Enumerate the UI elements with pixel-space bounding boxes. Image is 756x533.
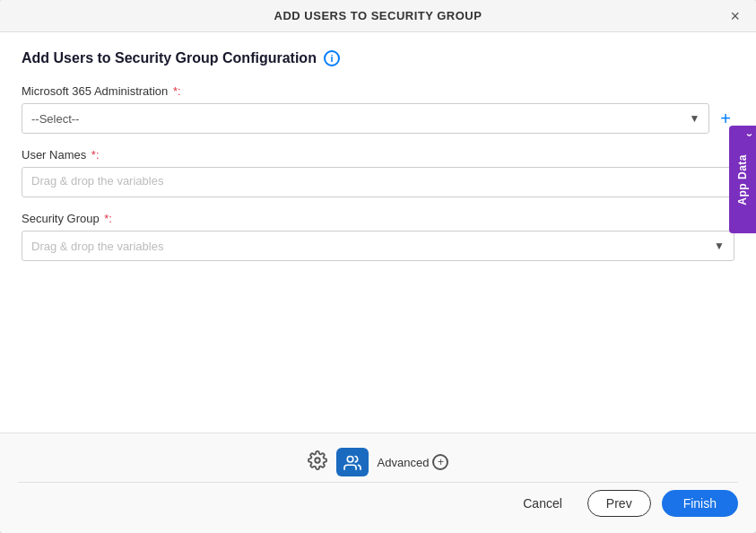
section-title-text: Add Users to Security Group Configuratio… — [22, 50, 317, 66]
advanced-users-button[interactable] — [336, 448, 369, 476]
info-icon[interactable]: i — [324, 50, 340, 66]
app-data-tab[interactable]: ‹ App Data — [729, 126, 756, 233]
main-content: Add Users to Security Group Configuratio… — [0, 32, 756, 433]
title-bar: ADD USERS TO SECURITY GROUP × — [0, 0, 756, 32]
security-group-group: Security Group *: Drag & drop the variab… — [22, 212, 734, 261]
advanced-label: Advanced + — [378, 454, 449, 470]
advanced-row: Advanced + — [18, 442, 738, 483]
buttons-row: Cancel Prev Finish — [18, 483, 738, 524]
user-names-input[interactable]: Drag & drop the variables — [22, 167, 734, 197]
dialog: ADD USERS TO SECURITY GROUP × ‹ App Data… — [0, 0, 756, 533]
app-data-label: App Data — [736, 154, 749, 205]
svg-point-0 — [315, 458, 320, 463]
security-group-label: Security Group *: — [22, 212, 734, 225]
microsoft-admin-value: --Select-- — [31, 112, 79, 126]
required-star-usernames: *: — [88, 148, 99, 162]
microsoft-admin-label: Microsoft 365 Administration *: — [22, 84, 734, 98]
gear-icon — [308, 450, 327, 470]
prev-button[interactable]: Prev — [587, 490, 651, 517]
cancel-button[interactable]: Cancel — [508, 491, 577, 516]
footer: Advanced + Cancel Prev Finish — [0, 433, 756, 533]
microsoft-admin-select-wrapper: --Select-- ▼ + — [22, 103, 734, 134]
microsoft-admin-select[interactable]: --Select-- ▼ — [22, 103, 709, 134]
user-names-placeholder: Drag & drop the variables — [31, 174, 163, 188]
finish-button[interactable]: Finish — [662, 490, 738, 517]
svg-point-1 — [347, 456, 353, 462]
app-data-chevron-icon: ‹ — [743, 133, 755, 137]
section-title-row: Add Users to Security Group Configuratio… — [22, 50, 734, 66]
security-group-select[interactable]: Drag & drop the variables ▼ — [22, 231, 734, 261]
advanced-plus-button[interactable]: + — [432, 454, 448, 470]
required-star-admin: *: — [169, 84, 180, 98]
microsoft-admin-group: Microsoft 365 Administration *: --Select… — [22, 84, 734, 134]
user-names-label: User Names *: — [22, 148, 734, 162]
security-group-placeholder: Drag & drop the variables — [31, 240, 163, 253]
users-icon — [343, 454, 361, 470]
dialog-title: ADD USERS TO SECURITY GROUP — [274, 9, 482, 22]
gear-button[interactable] — [308, 450, 327, 475]
close-button[interactable]: × — [725, 6, 745, 26]
microsoft-admin-chevron-icon: ▼ — [689, 112, 700, 125]
user-names-group: User Names *: Drag & drop the variables — [22, 148, 734, 197]
security-group-chevron-icon: ▼ — [714, 240, 725, 252]
required-star-security: *: — [101, 212, 112, 225]
